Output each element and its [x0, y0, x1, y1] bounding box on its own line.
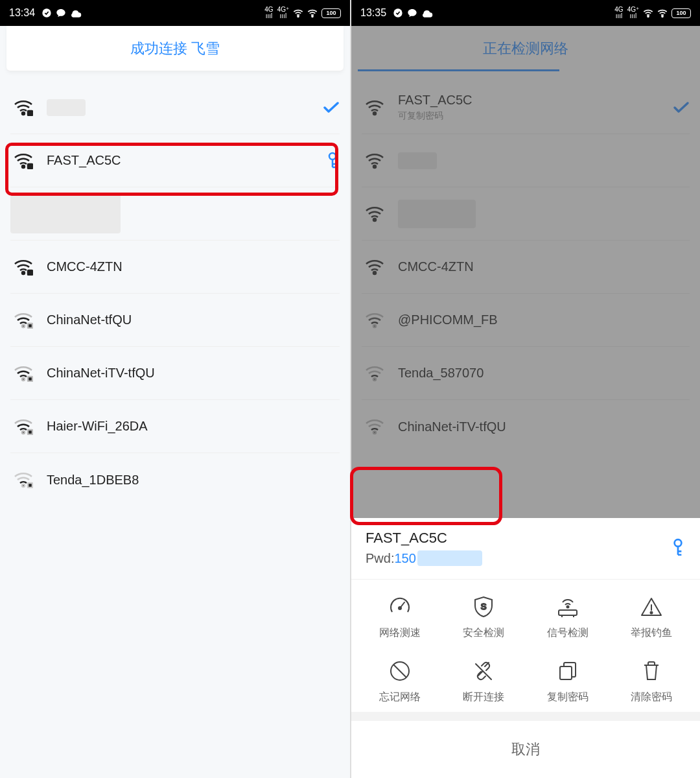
- wifi-row-connected[interactable]: [10, 81, 340, 134]
- key-icon: [670, 538, 686, 558]
- wifi-name-blurred: [47, 99, 86, 116]
- svg-point-28: [675, 539, 682, 547]
- action-label: 忘记网络: [379, 690, 421, 704]
- action-label: 复制密码: [547, 690, 589, 704]
- svg-point-10: [22, 325, 25, 327]
- wifi-row[interactable]: ChinaNet-tfQU: [10, 294, 340, 347]
- svg-rect-15: [28, 430, 32, 434]
- cell-4g-plus-icon: 4G⁺ıııl: [277, 6, 289, 19]
- svg-rect-4: [28, 111, 32, 115]
- sheet-pwd-label: Pwd:: [366, 551, 394, 566]
- wifi-row[interactable]: Haier-WiFi_26DA: [10, 400, 340, 453]
- svg-point-20: [662, 16, 663, 17]
- status-time: 13:34: [9, 7, 35, 19]
- wifi-row[interactable]: ChinaNet-iTV-tfQU: [10, 347, 340, 400]
- wifi-weak-lock-icon: [10, 471, 36, 488]
- action-report[interactable]: 举报钓鱼: [610, 594, 694, 640]
- svg-rect-32: [559, 610, 577, 615]
- svg-rect-6: [28, 164, 32, 169]
- svg-point-8: [22, 272, 25, 274]
- action-label: 清除密码: [631, 690, 672, 704]
- left-phone: 13:34 4Gıııl 4G⁺ıııl: [0, 0, 350, 778]
- wifi-strong-lock-icon: [10, 152, 36, 169]
- wifi-blurred-block: [10, 194, 121, 233]
- wifi-row-fast-ac5c[interactable]: FAST_AC5C: [10, 134, 340, 187]
- wifi-status-icon: [293, 8, 303, 18]
- wifi-name-label: Tenda_1DBEB8: [47, 473, 340, 488]
- router-icon: [555, 594, 581, 620]
- wifi-status-icon: [643, 8, 653, 18]
- svg-rect-13: [28, 377, 32, 381]
- cell-4g-icon: 4Gıııl: [614, 6, 623, 19]
- check-circle-icon: [41, 8, 52, 18]
- svg-point-29: [399, 607, 401, 609]
- wifi-name-label: ChinaNet-iTV-tfQU: [47, 366, 340, 381]
- wifi-name-label: CMCC-4ZTN: [47, 259, 340, 274]
- cell-4g-icon: 4Gıııl: [264, 6, 273, 19]
- wifi-name-label: Haier-WiFi_26DA: [47, 419, 340, 434]
- modal-backdrop[interactable]: [351, 26, 700, 518]
- svg-point-1: [298, 16, 299, 17]
- connection-banner: 成功连接 飞雪: [6, 26, 344, 71]
- bottom-sheet: FAST_AC5C Pwd: 150 网络测速 S: [351, 518, 700, 778]
- battery-icon: 100: [321, 8, 341, 18]
- svg-point-5: [22, 165, 25, 168]
- svg-text:S: S: [481, 602, 487, 611]
- sheet-ssid-label: FAST_AC5C: [366, 530, 670, 547]
- svg-rect-35: [560, 666, 572, 679]
- svg-point-16: [22, 484, 25, 487]
- sheet-pwd-value: 150: [394, 551, 415, 566]
- chat-icon: [56, 8, 66, 18]
- svg-rect-9: [28, 270, 32, 275]
- action-label: 网络测速: [379, 626, 421, 640]
- wifi-list[interactable]: FAST_AC5C CMCC-4ZTN: [0, 81, 350, 506]
- cell-4g-plus-icon: 4G⁺ıııl: [627, 6, 639, 19]
- wifi-strong-lock-icon: [10, 99, 36, 116]
- wifi-name-label: FAST_AC5C: [47, 153, 325, 168]
- battery-icon: 100: [671, 8, 691, 18]
- action-copy[interactable]: 复制密码: [526, 658, 610, 704]
- key-icon: [325, 152, 340, 170]
- wifi-row-blurred[interactable]: [10, 187, 340, 241]
- action-disconnect[interactable]: 断开连接: [442, 658, 526, 704]
- shield-icon: S: [471, 594, 496, 620]
- sheet-header: FAST_AC5C Pwd: 150: [351, 518, 700, 580]
- cancel-button[interactable]: 取消: [351, 721, 700, 778]
- action-security[interactable]: S 安全检测: [442, 594, 526, 640]
- action-signal[interactable]: 信号检测: [526, 594, 610, 640]
- wifi-weak-lock-icon: [10, 365, 36, 382]
- wifi-weak-lock-icon: [10, 418, 36, 435]
- cloud-icon: [70, 8, 82, 18]
- status-bar: 13:34 4Gıııl 4G⁺ıııl: [0, 0, 350, 26]
- svg-point-3: [22, 112, 25, 115]
- wifi-row[interactable]: Tenda_1DBEB8: [10, 453, 340, 506]
- action-label: 断开连接: [463, 690, 504, 704]
- action-speedtest[interactable]: 网络测速: [358, 594, 442, 640]
- check-circle-icon: [393, 8, 403, 18]
- status-bar: 13:35 4Gıııl 4G⁺ıııl 100: [351, 0, 700, 26]
- gauge-icon: [387, 594, 413, 620]
- svg-point-7: [329, 153, 336, 159]
- action-label: 安全检测: [463, 626, 504, 640]
- forbid-icon: [387, 658, 413, 684]
- wifi-status-icon-2: [307, 8, 318, 18]
- copy-icon: [555, 658, 581, 684]
- svg-point-14: [22, 431, 25, 434]
- wifi-strong-lock-icon: [10, 259, 36, 276]
- right-phone: 13:35 4Gıııl 4G⁺ıııl 100 正在检测网络: [350, 0, 700, 778]
- svg-point-12: [22, 378, 25, 381]
- wifi-weak-lock-icon: [10, 312, 36, 329]
- svg-point-31: [566, 606, 568, 608]
- status-time: 13:35: [360, 7, 386, 19]
- chat-icon: [407, 8, 417, 18]
- action-clear[interactable]: 清除密码: [610, 658, 694, 704]
- trash-icon: [638, 658, 664, 684]
- svg-rect-17: [28, 483, 32, 488]
- action-forget[interactable]: 忘记网络: [358, 658, 442, 704]
- wifi-name-label: ChinaNet-tfQU: [47, 312, 340, 327]
- disconnect-icon: [471, 658, 496, 684]
- svg-point-2: [312, 16, 313, 17]
- wifi-row[interactable]: CMCC-4ZTN: [10, 241, 340, 294]
- cloud-icon: [421, 8, 433, 18]
- svg-point-33: [651, 612, 653, 614]
